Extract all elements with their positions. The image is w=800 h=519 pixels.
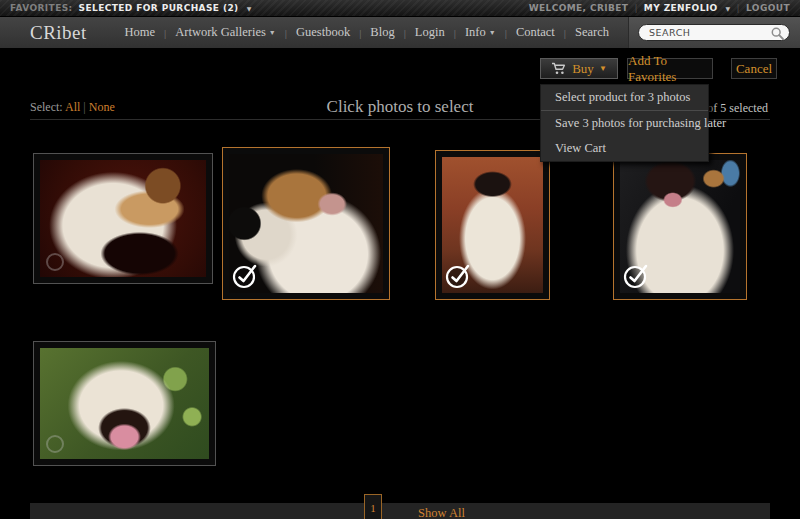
- menu-item-view-cart[interactable]: View Cart: [541, 136, 708, 161]
- buy-button-label: Buy: [572, 61, 594, 77]
- buy-button[interactable]: Buy ▼: [540, 58, 618, 79]
- topbar-separator: |: [634, 3, 637, 13]
- selected-checkmark-icon: [623, 260, 653, 290]
- show-all-link[interactable]: Show All: [418, 506, 465, 519]
- nav-item-home[interactable]: Home: [115, 25, 164, 40]
- my-zenfolio-dropdown-arrow-icon[interactable]: ▼: [726, 5, 731, 12]
- menu-item-select-product[interactable]: Select product for 3 photos: [541, 85, 708, 111]
- photo-thumbnail-4[interactable]: [613, 153, 747, 300]
- bulldog-photo-1: [40, 160, 206, 277]
- nav-item-blog[interactable]: Blog: [361, 25, 403, 40]
- nav-item-search[interactable]: Search: [566, 25, 618, 40]
- nav-item-info[interactable]: Info▼: [456, 25, 505, 40]
- photo-thumbnail-2[interactable]: [222, 147, 390, 300]
- buy-dropdown-arrow-icon: ▼: [599, 64, 607, 73]
- bulldog-photo-4: [620, 160, 740, 293]
- nav-dropdown-arrow-icon: ▼: [489, 29, 496, 37]
- bulldog-photo-2: [229, 154, 383, 293]
- nav-item-artwork-galleries[interactable]: Artwork Galleries▼: [166, 25, 285, 40]
- topbar-separator: |: [737, 3, 740, 13]
- favorites-dropdown-arrow-icon[interactable]: ▼: [247, 5, 252, 12]
- cart-icon: [551, 62, 567, 75]
- my-zenfolio-menu[interactable]: MY ZENFOLIO: [644, 3, 718, 13]
- top-account-bar: FAVORITES: SELECTED FOR PURCHASE (2) ▼ W…: [0, 0, 800, 17]
- pagination-bar: 1 Show All: [30, 503, 770, 519]
- search-input[interactable]: [649, 26, 767, 39]
- add-to-favorites-button[interactable]: Add To Favorites: [627, 58, 713, 79]
- gallery-selection-page: FAVORITES: SELECTED FOR PURCHASE (2) ▼ W…: [0, 0, 800, 519]
- favorites-value[interactable]: SELECTED FOR PURCHASE (2): [79, 3, 239, 13]
- nav-item-login[interactable]: Login: [406, 25, 454, 40]
- main-navbar: CRibet Home | Artwork Galleries▼ | Guest…: [0, 17, 800, 48]
- nav-item-guestbook[interactable]: Guestbook: [287, 25, 359, 40]
- nav-item-label: Artwork Galleries: [175, 25, 266, 39]
- nav-item-contact[interactable]: Contact: [507, 25, 564, 40]
- photo-thumbnail-5[interactable]: [33, 341, 216, 466]
- bulldog-photo-5: [40, 348, 209, 459]
- menu-item-save-for-later[interactable]: Save 3 photos for purchasing later: [541, 111, 708, 136]
- search-icon[interactable]: [770, 26, 785, 41]
- bulldog-photo-3: [442, 157, 543, 293]
- logout-link[interactable]: LOGOUT: [746, 3, 790, 13]
- site-logo[interactable]: CRibet: [30, 22, 87, 44]
- selected-checkmark-icon: [445, 260, 475, 290]
- favorites-dropdown[interactable]: FAVORITES: SELECTED FOR PURCHASE (2) ▼: [10, 3, 252, 13]
- search-box: [638, 24, 790, 41]
- selected-checkmark-icon: [232, 260, 262, 290]
- welcome-text: WELCOME, CRIBET: [529, 3, 629, 13]
- photo-thumbnail-3[interactable]: [435, 150, 550, 300]
- nav-menu: Home | Artwork Galleries▼ | Guestbook | …: [115, 17, 618, 48]
- unselected-circle-icon: [46, 435, 64, 453]
- buy-dropdown-menu: Select product for 3 photos Save 3 photo…: [540, 84, 709, 162]
- unselected-circle-icon: [46, 253, 64, 271]
- nav-dropdown-arrow-icon: ▼: [269, 29, 276, 37]
- cancel-button[interactable]: Cancel: [731, 58, 777, 79]
- favorites-label: FAVORITES:: [10, 3, 73, 13]
- photo-thumbnail-1[interactable]: [33, 153, 213, 284]
- nav-item-label: Info: [465, 25, 486, 39]
- page-1-button[interactable]: 1: [364, 494, 382, 519]
